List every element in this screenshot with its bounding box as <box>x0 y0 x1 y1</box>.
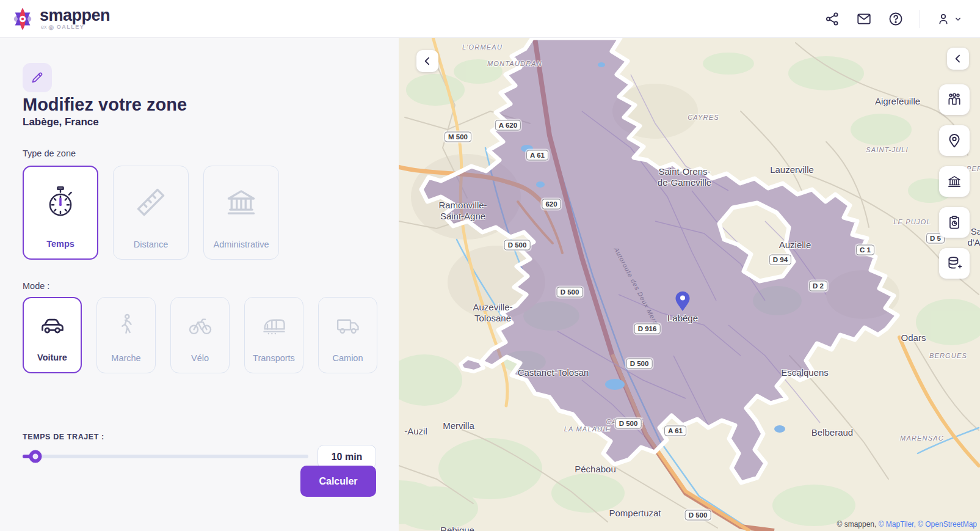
zone_type-option-temps[interactable]: Temps <box>23 166 98 260</box>
mode-option-label: Vélo <box>191 353 209 363</box>
road-shield: C 1 <box>856 245 874 255</box>
ruler-icon <box>114 166 188 238</box>
stopwatch-icon <box>24 167 97 238</box>
map-place-label: SAINT-JULI <box>866 146 909 153</box>
map-place-label: Ramonville-Saint-Agne <box>438 200 487 222</box>
mode-option-velo[interactable]: Vélo <box>170 297 230 373</box>
page-title: Modifiez votre zone <box>23 95 187 115</box>
road-shield: A 61 <box>664 426 686 436</box>
user-icon <box>936 12 951 26</box>
mode-label: Mode : <box>23 281 49 291</box>
zone_type-option-label: Administrative <box>213 240 269 249</box>
app-header: smappen ex ◎ OALLEY <box>0 0 980 38</box>
road-shield: D 916 <box>634 324 661 334</box>
mode-option-label: Transports <box>253 353 295 363</box>
road-shield: D 500 <box>557 287 583 298</box>
mode-option-marche[interactable]: Marche <box>96 297 156 373</box>
mode-options: VoitureMarcheVéloTransportsCamion <box>23 297 377 373</box>
zone-type-options: TempsDistanceAdministrative <box>23 166 279 260</box>
map-place-label: Auzielle <box>779 240 811 250</box>
location-pin-icon <box>946 133 962 148</box>
road-shield: M 500 <box>445 132 471 142</box>
messages-button[interactable] <box>856 11 872 27</box>
brand-logo[interactable]: smappen ex ◎ OALLEY <box>0 6 110 32</box>
road-shield: D 500 <box>685 510 711 521</box>
attribution-smappen: © smappen, <box>837 520 876 529</box>
header-divider <box>920 10 920 28</box>
share-button[interactable] <box>824 11 840 27</box>
bank-icon <box>946 174 962 189</box>
zone-edit-panel: Modifiez votre zone Labège, France Type … <box>0 38 399 531</box>
chevron-left-icon <box>952 53 964 65</box>
administrative-control[interactable] <box>939 166 970 197</box>
road-shield: D 500 <box>504 240 531 251</box>
map-place-label: Escalquens <box>781 367 829 378</box>
map-place-label: Saint-Orens-de-Gameville <box>658 166 711 188</box>
map-place-label: Auzeville-Tolosane <box>473 302 512 324</box>
places-control[interactable] <box>939 125 970 156</box>
truck-icon <box>319 298 377 352</box>
mode-option-label: Marche <box>111 353 140 363</box>
zone-type-label: Type de zone <box>23 148 76 158</box>
road-shield: 620 <box>542 199 561 210</box>
report-control[interactable] <box>939 207 970 238</box>
brand-subtitle: ex ◎ OALLEY <box>40 24 110 31</box>
map-place-label: Lauzerville <box>770 164 814 175</box>
calculate-button[interactable]: Calculer <box>300 466 376 497</box>
map-place-label: Castanet-Tolosan <box>518 367 589 378</box>
walk-icon <box>97 298 155 352</box>
mode-option-label: Camion <box>333 353 363 363</box>
map-place-label: Odars <box>901 332 926 343</box>
attribution-osm-link[interactable]: © OpenStreetMap <box>918 520 977 529</box>
map-place-label: Belberaud <box>811 427 853 438</box>
help-icon <box>888 11 904 27</box>
attribution-maptiler-link[interactable]: © MapTiler, <box>879 520 916 529</box>
mode-option-voiture[interactable]: Voiture <box>23 297 82 373</box>
map-place-label: MONTAUDRAN <box>487 60 542 67</box>
map-attribution: © smappen, © MapTiler, © OpenStreetMap <box>837 520 977 529</box>
map-place-label: MARENSAC <box>900 434 944 442</box>
travel-time-slider[interactable] <box>23 455 308 458</box>
population-control[interactable] <box>939 84 970 115</box>
map-pin-icon <box>675 291 691 312</box>
chevron-left-icon <box>421 55 434 67</box>
map-place-label: L'ORMEAU <box>462 43 503 51</box>
zone_type-option-distance[interactable]: Distance <box>113 166 189 260</box>
map-place-label: BERGUES <box>929 352 967 359</box>
map-place-label: Mervilla <box>443 420 474 431</box>
marker-label: Labège <box>667 313 698 323</box>
panel-collapse-button[interactable] <box>947 48 969 70</box>
people-group-icon <box>946 92 962 108</box>
road-shield: A 620 <box>495 120 521 131</box>
map-place-label: CAYRES <box>688 114 719 121</box>
map-place-label: LA MALADIE <box>564 425 611 433</box>
map-place-label: Pompertuzat <box>609 508 661 518</box>
train-icon <box>245 298 303 352</box>
road-shield: D 500 <box>626 359 653 369</box>
road-shield: A 61 <box>526 150 548 161</box>
data-control[interactable] <box>939 248 970 279</box>
car-icon <box>24 298 81 351</box>
map-place-label: -Auzil <box>404 426 427 436</box>
slider-handle[interactable] <box>29 450 42 463</box>
mode-option-label: Voiture <box>37 353 67 362</box>
brand-name: smappen <box>40 7 110 24</box>
account-menu[interactable] <box>936 12 963 26</box>
oalley-icon: ◎ <box>49 24 55 31</box>
clipboard-chart-icon <box>946 214 962 230</box>
pencil-icon <box>30 70 45 85</box>
map-canvas[interactable]: Autoroute des Deux Mers Labège L'ORMEAUM… <box>399 38 980 531</box>
share-icon <box>824 11 840 27</box>
zone_type-option-administrative[interactable]: Administrative <box>203 166 279 260</box>
map-back-button[interactable] <box>416 50 438 72</box>
edit-zone-icon-badge <box>23 63 52 92</box>
mode-option-camion[interactable]: Camion <box>318 297 377 373</box>
chevron-down-icon <box>953 14 963 24</box>
map-place-label: Sa <box>971 226 980 236</box>
smappen-flower-icon <box>11 6 34 32</box>
mode-option-transports[interactable]: Transports <box>244 297 303 373</box>
labege-marker[interactable]: Labège <box>675 291 691 314</box>
map-place-label: Péchabou <box>575 464 616 474</box>
bicycle-icon <box>171 298 229 352</box>
help-button[interactable] <box>888 11 904 27</box>
